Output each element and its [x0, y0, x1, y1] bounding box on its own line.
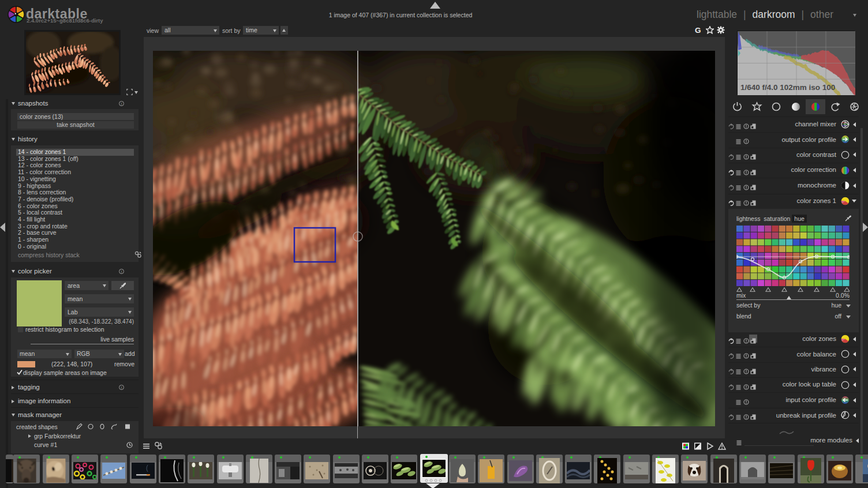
svg-text:1/640 f/4.0 102mm iso 100: 1/640 f/4.0 102mm iso 100 [740, 83, 835, 92]
